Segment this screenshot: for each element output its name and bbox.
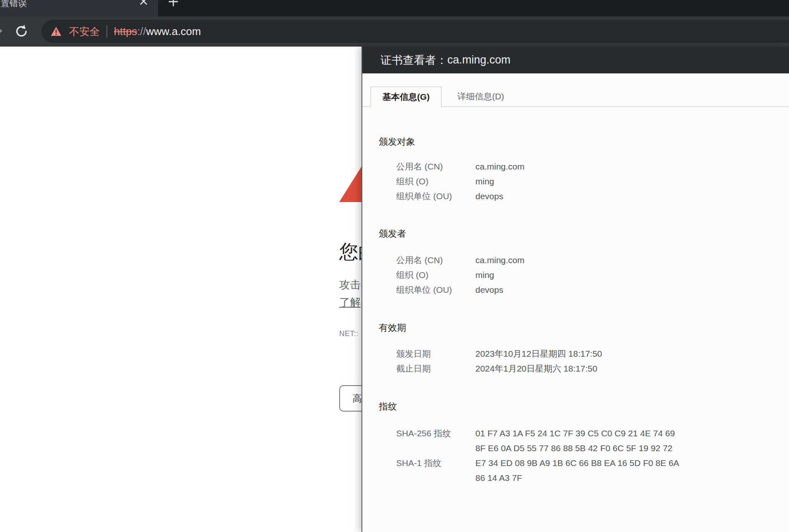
new-tab-icon[interactable] [168,0,179,7]
table-row: 组织 (O) ming [396,174,524,189]
issued-by-rows: 公用名 (CN) ca.ming.com 组织 (O) ming 组织单位 (O… [396,253,524,297]
error-code-text: NET:: [339,330,359,338]
learn-more-link[interactable]: 了解 [339,295,361,310]
section-title-validity: 有效期 [379,322,406,334]
tab-title: 置错误 [1,0,27,9]
issued-to-rows: 公用名 (CN) ca.ming.com 组织 (O) ming 组织单位 (O… [396,159,524,204]
field-value: devops [475,285,503,295]
field-value: ca.ming.com [475,162,524,172]
browser-toolbar: 不安全 https://www.a.com [0,16,789,47]
field-value: 01 F7 A3 1A F5 24 1C 7F 39 C5 C0 C9 21 4… [475,426,675,456]
fingerprint-rows: SHA-256 指纹 01 F7 A3 1A F5 24 1C 7F 39 C5… [396,426,679,485]
browser-tab[interactable]: 置错误 [0,0,158,16]
tab-close-icon[interactable] [139,0,148,6]
section-title-issued-to: 颁发对象 [379,136,415,148]
table-row: 组织 (O) ming [396,268,524,282]
table-row: 组织单位 (OU) devops [396,282,524,297]
field-label: 组织单位 (OU) [396,284,475,296]
fingerprint-line: 01 F7 A3 1A F5 24 1C 7F 39 C5 C0 C9 21 4… [475,426,675,441]
security-chip-label: 不安全 [69,25,100,38]
chip-separator [106,25,107,38]
field-value: 2023年10月12日星期四 18:17:50 [475,348,602,360]
table-row: 组织单位 (OU) devops [396,189,524,204]
error-page: 您的 攻击者 了解 NET:: 高级 [0,47,361,532]
field-label: 组织 (O) [396,176,475,187]
table-row: 颁发日期 2023年10月12日星期四 18:17:50 [396,346,602,361]
warning-triangle-icon [51,26,61,36]
advanced-button[interactable]: 高级 [339,385,361,412]
field-value: 2024年1月20日星期六 18:17:50 [475,363,597,374]
field-value: E7 34 ED 08 9B A9 1B 6C 66 B8 EA 16 5D F… [475,456,679,485]
section-title-issued-by: 颁发者 [379,228,406,240]
fingerprint-line: E7 34 ED 08 9B A9 1B 6C 66 B8 EA 16 5D F… [475,456,679,471]
url-scheme-struck: https [114,25,137,38]
table-row: 截止日期 2024年1月20日星期六 18:17:50 [396,361,602,376]
field-label: 公用名 (CN) [396,254,475,266]
certificate-viewer-title-label: 证书查看者： [380,53,447,68]
fingerprint-line: 8F E6 0A D5 55 77 86 88 5B 42 F0 6C 5F 1… [475,441,675,456]
reload-icon[interactable] [13,23,30,40]
forward-icon[interactable] [0,26,5,36]
certificate-viewer-dialog: 证书查看者： ca.ming.com 基本信息(G) 详细信息(D) 颁发对象 … [361,47,789,532]
field-value: ming [475,270,494,280]
table-row: 公用名 (CN) ca.ming.com [396,159,524,174]
field-value: ming [475,177,494,186]
address-bar[interactable]: 不安全 https://www.a.com [42,20,789,43]
error-page-heading: 您的 [339,239,361,265]
field-label: SHA-256 指纹 [396,426,475,456]
field-value: devops [475,191,503,201]
field-value: ca.ming.com [475,255,524,265]
certificate-viewer-header: 证书查看者： ca.ming.com [362,47,789,73]
table-row: SHA-256 指纹 01 F7 A3 1A F5 24 1C 7F 39 C5… [396,426,679,456]
field-label: 组织单位 (OU) [396,191,475,202]
field-label: 截止日期 [396,363,475,374]
tab-strip-empty-area [158,0,789,16]
tab-basic-info[interactable]: 基本信息(G) [371,87,442,107]
tab-strip: 置错误 [0,0,789,16]
fingerprint-line: 86 14 A3 7F [475,471,679,485]
url-text: https://www.a.com [114,25,201,38]
field-label: SHA-1 指纹 [396,456,475,485]
url-host: www.a.com [146,25,201,38]
field-label: 颁发日期 [396,348,475,360]
section-title-fingerprints: 指纹 [379,400,397,413]
field-label: 组织 (O) [396,269,475,281]
tab-details[interactable]: 详细信息(D) [452,87,510,106]
field-label: 公用名 (CN) [396,161,475,172]
certificate-viewer-title-value: ca.ming.com [447,54,510,66]
error-page-description: 攻击者 [339,278,361,292]
browser-window: 置错误 [0,0,789,532]
table-row: 公用名 (CN) ca.ming.com [396,253,524,268]
validity-rows: 颁发日期 2023年10月12日星期四 18:17:50 截止日期 2024年1… [396,346,602,376]
advanced-button-label: 高级 [352,392,361,405]
error-warning-triangle-graphic [339,167,361,202]
table-row: SHA-1 指纹 E7 34 ED 08 9B A9 1B 6C 66 B8 E… [396,456,679,485]
url-delimiter: :// [137,25,146,38]
